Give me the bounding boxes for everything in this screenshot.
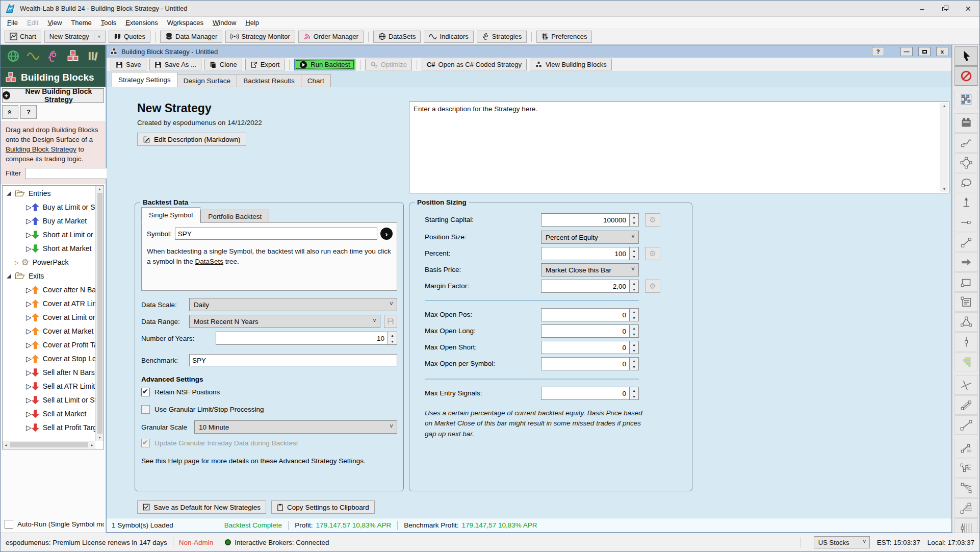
trendline-tool-button[interactable]	[955, 415, 978, 435]
quotes-button[interactable]: Quotes	[109, 31, 150, 43]
tab-single-symbol[interactable]: Single Symbol	[141, 207, 200, 223]
arc-tool-button[interactable]	[955, 439, 978, 458]
preferences-button[interactable]: Preferences	[536, 31, 592, 43]
data-manager-button[interactable]: Data Manager	[160, 31, 222, 43]
zigzag-levels-tool-button[interactable]	[955, 459, 978, 478]
starting-capital-gear-button[interactable]: ⚙	[645, 213, 660, 227]
copy-settings-button[interactable]: Copy Settings to Clipboard	[271, 500, 375, 514]
symbol-input[interactable]	[175, 228, 377, 240]
max-open-per-symbol-spinner[interactable]: 0▲▼	[541, 357, 639, 370]
menu-item[interactable]: Help	[241, 17, 264, 28]
minimize-button[interactable]: –	[911, 1, 934, 16]
tree-vertical-scrollbar[interactable]: ▲▼	[95, 186, 104, 441]
new-building-block-strategy-button[interactable]: + New Building Block Strategy	[2, 88, 104, 103]
line-segment-tool-button[interactable]	[955, 233, 978, 252]
menu-item[interactable]: Edit	[22, 17, 43, 28]
tree-item[interactable]: ▷ PowerPack	[3, 256, 95, 269]
new-strategy-dropdown[interactable]: New Strategy˅	[44, 31, 106, 43]
tree-item[interactable]: ▷ Cover at Stop Loss	[3, 352, 95, 366]
freehand-curve-tool-button[interactable]	[955, 133, 978, 153]
scroll-left-icon[interactable]: ◄	[4, 443, 8, 447]
starting-capital-spinner[interactable]: 100000▲▼	[541, 213, 639, 227]
horizontal-line-tool-button[interactable]	[955, 213, 978, 232]
menu-item[interactable]: Workspaces	[163, 17, 208, 28]
help-button[interactable]: ?	[20, 105, 37, 119]
open-csharp-strategy-button[interactable]: C# Open as C# Coded Strategy	[422, 59, 527, 70]
spin-up-icon[interactable]: ▲	[388, 332, 397, 338]
pointer-tool-button[interactable]	[955, 46, 978, 66]
market-select[interactable]: US Stocks	[814, 536, 870, 548]
rectangle-tool-button[interactable]	[955, 272, 978, 292]
scroll-up-icon[interactable]: ▲	[98, 187, 101, 191]
margin-factor-spinner[interactable]: 2,00▲▼	[541, 280, 639, 293]
restore-button[interactable]	[934, 1, 957, 16]
document-tab[interactable]: Chart	[301, 74, 331, 87]
number-of-years-spinner[interactable]: 10▲▼	[216, 332, 397, 345]
data-range-select[interactable]: Most Recent N Years	[189, 315, 380, 328]
description-textarea[interactable]: Enter a description for the Strategy her…	[409, 102, 949, 193]
vertical-line-tool-button[interactable]	[955, 332, 978, 352]
building-block-strategy-link[interactable]: Building Block Strategy	[6, 145, 76, 153]
ellipse-tool-button[interactable]	[955, 173, 978, 192]
tree-item[interactable]: ▷ Buy at Limit or Stop	[3, 200, 95, 214]
fib-levels-tool-button[interactable]	[955, 498, 978, 518]
order-manager-button[interactable]: Order Manager	[298, 31, 364, 43]
position-size-select[interactable]: Percent of Equity	[541, 231, 639, 244]
arrow-tool-button[interactable]	[955, 253, 978, 272]
pattern-grid-tool-button[interactable]	[955, 90, 978, 109]
tree-item[interactable]: ▷ Buy at Market	[3, 214, 95, 228]
retain-nsf-checkbox[interactable]	[141, 388, 150, 396]
tree-group-exits[interactable]: Exits	[3, 269, 95, 283]
menu-item[interactable]: Window	[208, 17, 241, 28]
edit-description-button[interactable]: Edit Description (Markdown)	[137, 133, 246, 146]
document-minimize-button[interactable]: —	[900, 47, 913, 56]
margin-factor-gear-button[interactable]: ⚙	[645, 280, 660, 293]
menu-item[interactable]: Extensions	[121, 17, 163, 28]
volume-histogram-tool-button[interactable]	[955, 352, 978, 371]
max-open-pos-spinner[interactable]: 0▲▼	[541, 308, 639, 321]
tree-item[interactable]: ▷ Short at Limit or Sto	[3, 228, 95, 242]
document-tab[interactable]: Strategy Settings	[112, 72, 177, 87]
building-blocks-icon[interactable]	[66, 49, 80, 63]
document-tab[interactable]: Backtest Results	[237, 74, 301, 87]
channel-tool-button[interactable]	[955, 395, 978, 415]
strategies-head-icon[interactable]	[46, 49, 60, 63]
view-building-blocks-button[interactable]: View Building Blocks	[530, 59, 612, 70]
document-maximize-button[interactable]	[918, 47, 931, 56]
save-range-button[interactable]	[384, 315, 397, 328]
collapse-all-button[interactable]: «	[2, 105, 18, 119]
chart-button[interactable]: Chart	[5, 31, 41, 43]
auto-run-checkbox-row[interactable]: Auto-Run (Single Symbol mo...	[5, 520, 104, 529]
help-page-link[interactable]: Help page	[168, 457, 200, 465]
granular-processing-checkbox-row[interactable]: Use Granular Limit/Stop Processing	[141, 405, 264, 414]
tree-item[interactable]: ▷ Cover at Limit or Sto	[3, 311, 95, 324]
clone-button[interactable]: Clone	[204, 59, 242, 70]
max-entry-signals-spinner[interactable]: 0▲▼	[541, 387, 639, 400]
strategies-button[interactable]: Strategies	[477, 31, 527, 43]
datasets-link[interactable]: DataSets	[195, 258, 224, 265]
tree-item[interactable]: ▷ Cover at Market	[3, 324, 95, 338]
tree-item[interactable]: ▷ Sell at Market	[3, 407, 95, 421]
basis-price-select[interactable]: Market Close this Bar	[541, 263, 639, 277]
auto-run-checkbox[interactable]	[5, 520, 13, 529]
indicators-button[interactable]: Indicators	[424, 31, 473, 43]
cross-lines-tool-button[interactable]	[955, 375, 978, 395]
tree-item[interactable]: ▷ Cover at ATR Limit o	[3, 297, 95, 311]
save-button[interactable]: Save	[111, 59, 146, 70]
expander-icon[interactable]	[7, 191, 11, 196]
save-as-button[interactable]: Save As ...	[149, 59, 201, 70]
document-help-button[interactable]: ?	[872, 47, 884, 56]
menu-item[interactable]: File	[3, 17, 22, 28]
no-draw-tool-button[interactable]	[955, 66, 978, 86]
menu-item[interactable]: Theme	[66, 17, 96, 28]
tree-item[interactable]: ▷ Sell after N Bars	[3, 366, 95, 380]
menu-item[interactable]: View	[43, 17, 66, 28]
tree-item[interactable]: ▷ Sell at Profit Target	[3, 421, 95, 435]
datasets-button[interactable]: DataSets	[373, 31, 421, 43]
document-tab[interactable]: Design Surface	[177, 74, 237, 87]
time-grid-tool-button[interactable]	[955, 518, 978, 533]
tree-item[interactable]: ▷ Sell at Limit or Stop	[3, 393, 95, 407]
tree-group-entries[interactable]: Entries	[3, 187, 95, 200]
expander-icon[interactable]	[7, 274, 11, 279]
tab-portfolio-backtest[interactable]: Portfolio Backtest	[200, 210, 269, 223]
